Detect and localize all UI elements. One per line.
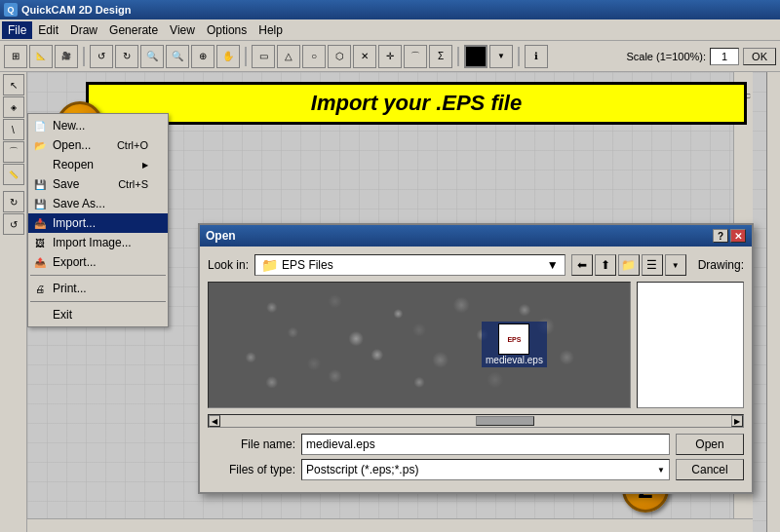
import-image-icon: 🖼 xyxy=(32,235,48,250)
toolbar-info-btn[interactable]: ℹ xyxy=(525,45,548,68)
file-list[interactable]: EPS medieval.eps xyxy=(208,282,631,408)
toolbar-snap-btn[interactable]: 📐 xyxy=(29,45,53,68)
toolbar-cam-btn[interactable]: 🎥 xyxy=(55,45,78,68)
menu-draw[interactable]: Draw xyxy=(64,21,103,39)
open-icon: 📂 xyxy=(32,137,48,153)
sidebar-rotate-btn[interactable]: ↻ xyxy=(3,191,24,212)
scroll-right-btn[interactable]: ▶ xyxy=(731,415,743,427)
reopen-icon xyxy=(32,157,48,172)
menu-sep1 xyxy=(30,275,166,276)
file-list-background xyxy=(209,283,630,407)
cancel-button[interactable]: Cancel xyxy=(676,459,744,480)
menu-view[interactable]: View xyxy=(164,21,201,39)
canvas-area: Import your .EPS file 1 2 2C 📄 New... 📂 … xyxy=(27,72,766,532)
menu-save[interactable]: 💾 Save Ctrl+S xyxy=(28,174,168,194)
open-dialog: Open ? ✕ Look in: 📁 EPS Files ▼ ⬅ xyxy=(198,223,754,494)
toolbar-arc-btn[interactable]: ⌒ xyxy=(404,45,427,68)
toolbar-redo-btn[interactable]: ↻ xyxy=(115,45,138,68)
toolbar-cross-btn[interactable]: ✛ xyxy=(378,45,402,68)
h-scrollbar[interactable]: ◀ ▶ xyxy=(208,414,744,428)
nav-view-btn[interactable]: ☰ xyxy=(642,254,663,276)
nav-view-arrow[interactable]: ▼ xyxy=(665,254,686,276)
nav-up-btn[interactable]: ⬆ xyxy=(595,254,616,276)
dialog-title-controls: ? ✕ xyxy=(713,229,746,243)
look-in-arrow: ▼ xyxy=(547,258,559,272)
menu-help[interactable]: Help xyxy=(253,21,289,39)
menu-exit[interactable]: Exit xyxy=(28,305,168,324)
left-sidebar: ↖ ◈ \ ⌒ 📏 ↻ ↺ xyxy=(0,72,27,532)
filename-input[interactable] xyxy=(301,434,670,455)
menu-sep2 xyxy=(30,301,166,302)
toolbar-color-btn[interactable] xyxy=(464,45,488,68)
scroll-thumb[interactable] xyxy=(476,416,534,426)
toolbar-sep1 xyxy=(83,47,85,66)
sidebar-line-btn[interactable]: \ xyxy=(3,119,24,140)
dialog-title-bar: Open ? ✕ xyxy=(200,225,752,247)
filetype-select[interactable]: Postscript (*.eps;*.ps) ▼ xyxy=(301,459,670,480)
sidebar-undo-btn[interactable]: ↺ xyxy=(3,213,24,235)
sidebar-node-btn[interactable]: ◈ xyxy=(3,96,24,118)
folder-icon: 📁 xyxy=(261,257,278,273)
toolbar-poly-btn[interactable]: ⬡ xyxy=(328,45,351,68)
menu-options[interactable]: Options xyxy=(201,21,253,39)
menu-open[interactable]: 📂 Open... Ctrl+O xyxy=(28,135,168,155)
file-item-medieval[interactable]: EPS medieval.eps xyxy=(482,322,547,367)
menu-reopen[interactable]: Reopen ▶ xyxy=(28,155,168,174)
toolbar-color-arrow[interactable]: ▼ xyxy=(489,45,513,68)
menu-import-image[interactable]: 🖼 Import Image... xyxy=(28,233,168,252)
sidebar-select-btn[interactable]: ↖ xyxy=(3,74,24,95)
toolbar-undo-btn[interactable]: ↺ xyxy=(90,45,113,68)
new-icon: 📄 xyxy=(32,118,48,133)
drawing-label: Drawing: xyxy=(698,258,744,272)
sidebar-measure-btn[interactable]: 📏 xyxy=(3,164,24,185)
scale-label: Scale (1=100%): xyxy=(626,51,706,62)
dialog-title: Open xyxy=(206,229,236,243)
menu-print[interactable]: 🖨 Print... xyxy=(28,279,168,298)
menu-new[interactable]: 📄 New... xyxy=(28,116,168,135)
toolbar-sigma-btn[interactable]: Σ xyxy=(429,45,452,68)
file-fields: File name: Open Files of type: Postscrip… xyxy=(208,434,744,480)
toolbar-circ-btn[interactable]: ○ xyxy=(302,45,326,68)
import-icon: 📥 xyxy=(32,215,48,231)
toolbar-tri-btn[interactable]: △ xyxy=(277,45,300,68)
instruction-banner: Import your .EPS file xyxy=(86,82,747,125)
eps-file-label: medieval.eps xyxy=(486,355,543,365)
exit-icon xyxy=(32,307,48,323)
toolbar-zoom-in-btn[interactable]: 🔍 xyxy=(140,45,164,68)
look-in-row: Look in: 📁 EPS Files ▼ ⬅ ⬆ 📁 ☰ ▼ Drawing… xyxy=(208,254,744,276)
menu-edit[interactable]: Edit xyxy=(32,21,64,39)
menu-generate[interactable]: Generate xyxy=(103,21,164,39)
drawing-preview xyxy=(637,282,744,408)
toolbar-sep3 xyxy=(457,47,459,66)
look-in-select[interactable]: 📁 EPS Files ▼ xyxy=(254,254,566,276)
menu-save-as[interactable]: 💾 Save As... xyxy=(28,194,168,213)
save-as-icon: 💾 xyxy=(32,196,48,211)
sidebar-curve-btn[interactable]: ⌒ xyxy=(3,141,24,163)
nav-new-folder-btn[interactable]: 📁 xyxy=(618,254,640,276)
look-in-value: EPS Files xyxy=(282,258,333,272)
dialog-help-btn[interactable]: ? xyxy=(713,229,728,243)
nav-back-btn[interactable]: ⬅ xyxy=(571,254,593,276)
menu-file[interactable]: File xyxy=(2,21,32,39)
file-menu-dropdown: 📄 New... 📂 Open... Ctrl+O Reopen ▶ 💾 Sav… xyxy=(27,113,169,327)
right-scrollbar[interactable] xyxy=(766,72,780,532)
toolbar-rect-btn[interactable]: ▭ xyxy=(252,45,275,68)
toolbar-grid-btn[interactable]: ⊞ xyxy=(4,45,27,68)
eps-file-icon: EPS xyxy=(498,323,529,355)
filetype-arrow: ▼ xyxy=(657,466,665,475)
open-button[interactable]: Open xyxy=(676,434,744,455)
toolbar-sep2 xyxy=(245,47,247,66)
scale-input[interactable] xyxy=(710,48,739,65)
look-in-tools: ⬅ ⬆ 📁 ☰ ▼ xyxy=(571,254,686,276)
toolbar-zoom-out-btn[interactable]: 🔍 xyxy=(166,45,189,68)
toolbar-zoom-all-btn[interactable]: ⊕ xyxy=(191,45,214,68)
app-icon: Q xyxy=(4,3,18,17)
toolbar-x-btn[interactable]: ✕ xyxy=(353,45,376,68)
menu-import[interactable]: 📥 Import... xyxy=(28,213,168,233)
scroll-left-btn[interactable]: ◀ xyxy=(209,415,220,427)
scale-ok-button[interactable]: OK xyxy=(743,48,776,65)
toolbar-pan-btn[interactable]: ✋ xyxy=(216,45,240,68)
dialog-close-btn[interactable]: ✕ xyxy=(730,229,746,243)
ruler-bottom xyxy=(27,518,753,532)
menu-export[interactable]: 📤 Export... xyxy=(28,252,168,272)
